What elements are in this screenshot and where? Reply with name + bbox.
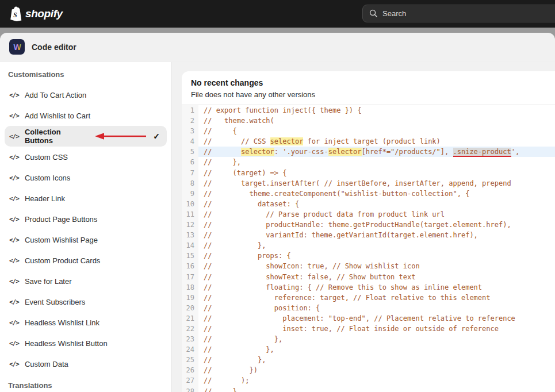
code-line-text[interactable]: // }) xyxy=(198,365,555,375)
search-match-highlight: selector xyxy=(270,137,304,145)
code-icon: </> xyxy=(9,174,19,182)
sidebar-item-header-link[interactable]: </>Header Link xyxy=(5,188,167,209)
sidebar-item-label: Add Wishlist to Cart xyxy=(25,112,90,120)
code-line-text[interactable]: // variantId: theme.getVariantId(target.… xyxy=(198,230,555,240)
code-line-text[interactable]: // dataset: { xyxy=(198,199,555,209)
code-line[interactable]: 15// props: { xyxy=(182,251,555,261)
code-line-text[interactable]: // target.insertAfter( // insertBefore, … xyxy=(198,178,555,189)
sidebar-item-custom-css[interactable]: </>Custom CSS xyxy=(5,147,167,167)
search-input[interactable]: Search xyxy=(362,5,555,22)
sidebar-item-add-wishlist-to-cart[interactable]: </>Add Wishlist to Cart xyxy=(5,105,167,126)
code-line[interactable]: 19// reference: target, // Float relativ… xyxy=(182,293,555,303)
line-number: 18 xyxy=(182,282,198,293)
code-line[interactable]: 11// // Parse product data from product … xyxy=(182,209,555,220)
code-line[interactable]: 17// showText: false, // Show button tex… xyxy=(182,272,555,282)
sidebar-item-custom-product-cards[interactable]: </>Custom Product Cards xyxy=(5,250,167,271)
code-line[interactable]: 23// }, xyxy=(182,334,555,344)
sidebar-item-collection-buttons[interactable]: </>Collection Buttons✓ xyxy=(5,126,167,147)
line-number: 16 xyxy=(182,261,198,271)
code-line-text[interactable]: // }, xyxy=(198,240,555,251)
code-line-text[interactable]: // }, xyxy=(198,355,555,365)
code-line-text[interactable]: // selector: '.your-css-selector[href*="… xyxy=(198,147,555,157)
line-number: 7 xyxy=(182,168,198,178)
code-line-text[interactable]: // // CSS selector for inject target (pr… xyxy=(198,136,555,147)
line-number: 20 xyxy=(182,303,198,313)
code-line[interactable]: 3// { xyxy=(182,126,555,136)
code-line[interactable]: 28// } xyxy=(182,386,555,392)
app-icon-w-glyph: W xyxy=(12,41,23,53)
code-icon: </> xyxy=(9,153,19,161)
code-line-text[interactable]: // export function inject({ theme }) { xyxy=(198,105,555,116)
panel-subtitle: File does not have any other versions xyxy=(191,90,553,99)
code-line[interactable]: 21// placement: "top-end", // Placement … xyxy=(182,313,555,324)
code-line-text[interactable]: // props: { xyxy=(198,251,555,261)
code-line[interactable]: 27// ); xyxy=(182,375,555,386)
code-line[interactable]: 2// theme.watch( xyxy=(182,116,555,126)
sidebar-item-save-for-later[interactable]: </>Save for Later xyxy=(5,271,167,291)
code-line[interactable]: 22// inset: true, // Float inside or out… xyxy=(182,324,555,334)
code-line[interactable]: 6// }, xyxy=(182,157,555,167)
code-icon: </> xyxy=(9,133,19,140)
sidebar-item-label: Event Subscribers xyxy=(25,298,86,306)
sidebar-item-product-page-buttons[interactable]: </>Product Page Buttons xyxy=(5,209,167,229)
code-editor[interactable]: 1// export function inject({ theme }) {2… xyxy=(182,105,555,392)
code-line[interactable]: 1// export function inject({ theme }) { xyxy=(182,105,555,116)
sidebar-item-label: Custom Data xyxy=(25,360,68,368)
svg-text:S: S xyxy=(13,11,17,18)
sidebar-item-headless-wishlist-link[interactable]: </>Headless Wishlist Link xyxy=(5,312,167,333)
code-line-text[interactable]: // theme.watch( xyxy=(198,116,555,126)
sidebar-item-label: Collection Buttons xyxy=(25,128,83,145)
code-line-text[interactable]: // (target) => { xyxy=(198,168,555,178)
code-line[interactable]: 26// }) xyxy=(182,365,555,375)
code-line-text[interactable]: // reference: target, // Float relative … xyxy=(198,293,555,303)
line-number: 14 xyxy=(182,240,198,251)
code-line[interactable]: 7// (target) => { xyxy=(182,168,555,178)
app-icon[interactable]: W xyxy=(9,39,25,55)
code-line-text[interactable]: // }, xyxy=(198,334,555,344)
code-line-text[interactable]: // }, xyxy=(198,157,555,167)
line-number: 26 xyxy=(182,365,198,375)
line-number: 8 xyxy=(182,178,198,189)
code-line-text[interactable]: // ); xyxy=(198,375,555,386)
code-line[interactable]: 16// showIcon: true, // Show wishlist ic… xyxy=(182,261,555,271)
code-line-text[interactable]: // position: { xyxy=(198,303,555,313)
code-line[interactable]: 8// target.insertAfter( // insertBefore,… xyxy=(182,178,555,189)
line-number: 28 xyxy=(182,386,198,392)
sidebar-item-event-subscribers[interactable]: </>Event Subscribers xyxy=(5,291,167,312)
code-line-text[interactable]: // } xyxy=(198,386,555,392)
code-line-text[interactable]: // productHandle: theme.getProductHandle… xyxy=(198,220,555,230)
code-line[interactable]: 13// variantId: theme.getVariantId(targe… xyxy=(182,230,555,240)
sidebar-item-label: Custom Wishlist Page xyxy=(25,236,98,244)
code-line-text[interactable]: // placement: "top-end", // Placement re… xyxy=(198,313,555,324)
sidebar-item-custom-icons[interactable]: </>Custom Icons xyxy=(5,167,167,188)
code-line[interactable]: 25// }, xyxy=(182,355,555,365)
code-icon: </> xyxy=(9,319,19,326)
sidebar-item-add-to-cart-action[interactable]: </>Add To Cart Action xyxy=(5,84,167,105)
shopify-logo[interactable]: S shopify xyxy=(9,6,63,21)
line-number: 12 xyxy=(182,220,198,230)
code-line[interactable]: 10// dataset: { xyxy=(182,199,555,209)
code-line[interactable]: 18// floating: { // Remove this to show … xyxy=(182,282,555,293)
sidebar-item-custom-wishlist-page[interactable]: </>Custom Wishlist Page xyxy=(5,229,167,250)
code-line[interactable]: 20// position: { xyxy=(182,303,555,313)
panel-header: No recent changes File does not have any… xyxy=(182,71,555,105)
code-line-text[interactable]: // inset: true, // Float inside or outsi… xyxy=(198,324,555,334)
code-line-text[interactable]: // theme.createComponent("wishlist-butto… xyxy=(198,189,555,199)
code-line[interactable]: 14// }, xyxy=(182,240,555,251)
code-line-text[interactable]: // floating: { // Remove this to show as… xyxy=(198,282,555,293)
code-line-text[interactable]: // showIcon: true, // Show wishlist icon xyxy=(198,261,555,271)
code-line-text[interactable]: // { xyxy=(198,126,555,136)
code-line[interactable]: 24// }, xyxy=(182,344,555,355)
line-number: 27 xyxy=(182,375,198,386)
code-line-text[interactable]: // showText: false, // Show button text xyxy=(198,272,555,282)
code-line-text[interactable]: // }, xyxy=(198,344,555,355)
code-line[interactable]: 9// theme.createComponent("wishlist-butt… xyxy=(182,189,555,199)
code-line[interactable]: 4// // CSS selector for inject target (p… xyxy=(182,136,555,147)
sidebar-item-custom-data[interactable]: </>Custom Data xyxy=(5,353,167,374)
sidebar-item-headless-wishlist-button[interactable]: </>Headless Wishlist Button xyxy=(5,333,167,353)
line-number: 23 xyxy=(182,334,198,344)
code-line[interactable]: 5// selector: '.your-css-selector[href*=… xyxy=(182,147,555,157)
search-match-highlight: selector xyxy=(328,148,362,156)
code-line[interactable]: 12// productHandle: theme.getProductHand… xyxy=(182,220,555,230)
code-line-text[interactable]: // // Parse product data from product li… xyxy=(198,209,555,220)
